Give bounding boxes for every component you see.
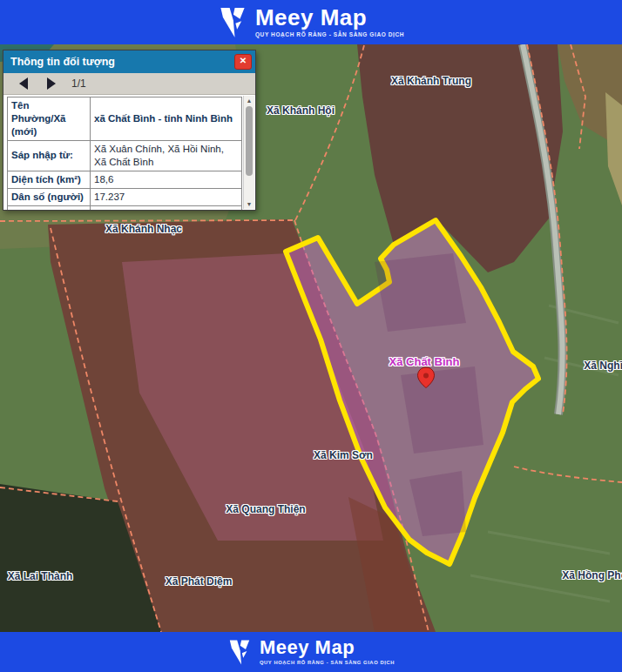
scroll-up-icon[interactable]: ▲ <box>244 96 254 105</box>
popup-pager-bar: 1/1 <box>3 73 255 95</box>
brand-tagline: QUY HOẠCH RÕ RÀNG - SẴN SÀNG GIAO DỊCH <box>260 661 395 666</box>
row-label: Sáp nhập từ: <box>8 140 91 171</box>
prev-object-button[interactable] <box>14 75 33 92</box>
row-label: Diện tích (km²) <box>8 171 91 188</box>
header-bar: Meey Map QUY HOẠCH RÕ RÀNG - SẴN SÀNG GI… <box>0 0 622 44</box>
brand-tagline: QUY HOẠCH RÕ RÀNG - SẴN SÀNG GIAO DỊCH <box>255 32 404 38</box>
pager-count: 1/1 <box>71 77 86 90</box>
object-info-popup: Thông tin đối tượng ✕ 1/1 Tên Phường/Xã … <box>3 50 256 211</box>
row-value: 18,6 <box>91 171 242 188</box>
close-icon[interactable]: ✕ <box>234 54 252 70</box>
popup-title: Thông tin đối tượng <box>10 56 234 68</box>
next-object-button[interactable] <box>42 75 61 92</box>
meeymap-logo-icon <box>227 638 252 667</box>
meeymap-logo: Meey Map QUY HOẠCH RÕ RÀNG - SẴN SÀNG GI… <box>218 5 404 40</box>
table-row: Tên Phường/Xã (mới) xã Chất Bình - tỉnh … <box>8 97 242 141</box>
meeymap-logo-icon <box>218 5 247 40</box>
arrow-right-icon <box>47 77 56 90</box>
popup-content: Tên Phường/Xã (mới) xã Chất Bình - tỉnh … <box>3 95 255 210</box>
meeymap-logo-footer: Meey Map QUY HOẠCH RÕ RÀNG - SẴN SÀNG GI… <box>227 638 395 667</box>
table-row: Sáp nhập từ: Xã Xuân Chính, Xã Hồi Ninh,… <box>8 140 242 171</box>
popup-scrollbar[interactable]: ▲ ▼ <box>243 96 254 209</box>
arrow-left-icon <box>19 77 28 90</box>
row-label <box>8 205 91 210</box>
popup-title-bar: Thông tin đối tượng ✕ <box>3 50 255 73</box>
row-label: Tên Phường/Xã (mới) <box>8 97 91 141</box>
table-row: Trụ sở Đảng ủy, MTTQ, các tổ chức <box>8 205 242 210</box>
scroll-down-icon[interactable]: ▼ <box>244 199 254 209</box>
brand-name: Meey Map <box>255 6 404 29</box>
scrollbar-thumb[interactable] <box>246 106 253 176</box>
row-label: Dân số (người) <box>8 188 91 205</box>
brand-name: Meey Map <box>260 638 395 657</box>
row-value: Trụ sở Đảng ủy, MTTQ, các tổ chức <box>91 205 242 210</box>
table-row: Dân số (người) 17.237 <box>8 188 242 205</box>
row-value: xã Chất Bình - tỉnh Ninh Bình <box>91 97 242 141</box>
info-table: Tên Phường/Xã (mới) xã Chất Bình - tỉnh … <box>7 97 242 210</box>
table-row: Diện tích (km²) 18,6 <box>8 171 242 188</box>
footer-bar: Meey Map QUY HOẠCH RÕ RÀNG - SẴN SÀNG GI… <box>0 632 622 672</box>
row-value: Xã Xuân Chính, Xã Hồi Ninh, Xã Chất Bình <box>91 140 242 171</box>
row-value: 17.237 <box>91 188 242 205</box>
